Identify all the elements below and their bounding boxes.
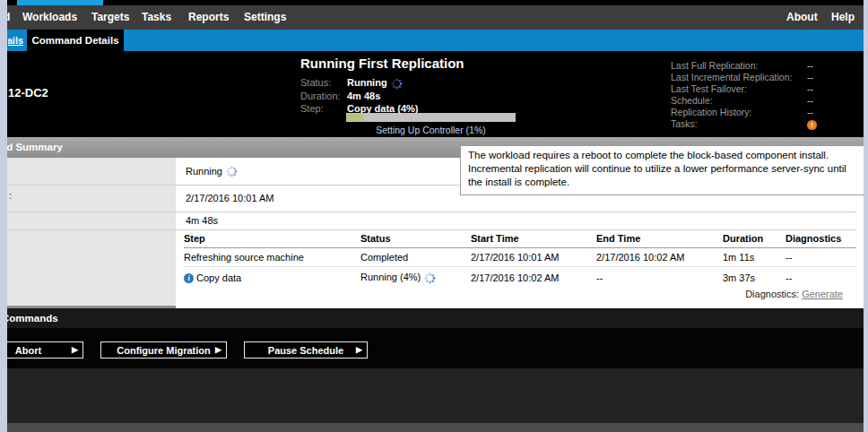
step-label: Step: (300, 103, 347, 114)
nav-item-targets[interactable]: Targets (91, 5, 129, 30)
steps-table: Step Status Start Time End Time Duration… (184, 229, 856, 289)
steps-table-header: Step Status Start Time End Time Duration… (184, 229, 856, 248)
summary-row-duration: 4m 48s (7, 212, 856, 230)
last-test-failover-row: Last Test Failover:-- (671, 83, 813, 94)
col-start-time: Start Time (471, 233, 596, 244)
duration-field: Duration:4m 48s (300, 91, 380, 102)
col-duration: Duration (723, 233, 786, 244)
tasks-warning-icon[interactable]: ! (807, 120, 817, 130)
arrow-right-icon: ▶ (356, 346, 362, 354)
progress-fill (347, 114, 364, 121)
col-status: Status (360, 233, 471, 244)
workload-name: 12-DC2 (8, 86, 48, 99)
status-label: Status: (300, 77, 347, 88)
tab-details[interactable]: Details (8, 30, 23, 51)
nav-item-reports[interactable]: Reports (188, 5, 229, 30)
workload-header: 12-DC2 Running First Replication Status:… (7, 51, 864, 137)
col-step: Step (184, 233, 360, 244)
app-window: d Workloads Targets Tasks Reports Settin… (7, 0, 864, 432)
info-icon[interactable]: i (184, 273, 194, 283)
configure-migration-button[interactable]: Configure Migration ▶ (100, 341, 227, 359)
arrow-right-icon: ▶ (72, 346, 78, 354)
tasks-row: Tasks:! (671, 118, 817, 129)
schedule-row: Schedule:-- (671, 95, 813, 106)
last-full-replication-row: Last Full Replication:-- (671, 60, 813, 71)
main-nav: d Workloads Targets Tasks Reports Settin… (7, 5, 864, 30)
table-row: i Copy data Running (4%) 2/17/2016 10:02… (184, 267, 856, 289)
diagnostics-line: Diagnostics: Generate (745, 289, 843, 299)
commands-panel: Abort ▶ Configure Migration ▶ Pause Sche… (7, 328, 864, 368)
nav-item-workloads[interactable]: Workloads (22, 5, 77, 30)
commands-title: Commands (7, 308, 58, 328)
nav-item-fragment[interactable]: d (7, 5, 12, 30)
table-row: Refreshing source machine Completed 2/17… (184, 248, 856, 267)
tab-command-details[interactable]: Command Details (27, 30, 124, 51)
col-end-time: End Time (596, 233, 723, 244)
progress-bar (346, 113, 516, 122)
lower-dark-band (7, 368, 864, 423)
abort-button[interactable]: Abort ▶ (7, 341, 83, 359)
nav-item-help[interactable]: Help (831, 5, 855, 30)
last-incremental-replication-row: Last Incremental Replication:-- (671, 72, 813, 82)
status-value: Running (347, 77, 387, 88)
generate-diagnostics-link[interactable]: Generate (802, 289, 843, 299)
summary-duration-value: 4m 48s (186, 215, 218, 226)
progress-subtext: Setting Up Controller (1%) (346, 125, 516, 135)
tab-bar: Details Command Details (7, 30, 864, 51)
summary-start-value: 2/17/2016 10:01 AM (186, 193, 273, 203)
nav-item-tasks[interactable]: Tasks (142, 5, 171, 30)
col-diagnostics: Diagnostics (786, 233, 856, 244)
replication-title: Running First Replication (300, 56, 464, 71)
command-summary-title: Command Summary (7, 137, 63, 158)
diagnostics-label: Diagnostics: (745, 289, 799, 299)
nav-item-settings[interactable]: Settings (244, 5, 286, 30)
duration-label: Duration: (300, 91, 347, 101)
pause-schedule-button[interactable]: Pause Schedule ▶ (244, 341, 368, 359)
spinner-icon (226, 166, 238, 177)
summary-status-value: Running (186, 166, 222, 177)
spinner-icon (424, 272, 436, 284)
reboot-tooltip: The workload requires a reboot to comple… (460, 145, 864, 195)
spinner-icon (391, 78, 403, 90)
bottom-status-bar (7, 423, 864, 432)
arrow-right-icon: ▶ (215, 346, 221, 354)
replication-history-row: Replication History:-- (671, 107, 813, 117)
status-field: Status:Running (300, 77, 403, 89)
nav-item-about[interactable]: About (786, 5, 818, 30)
duration-value: 4m 48s (347, 91, 380, 101)
page-canvas: d Workloads Targets Tasks Reports Settin… (0, 0, 868, 432)
commands-header: Commands (7, 308, 864, 328)
